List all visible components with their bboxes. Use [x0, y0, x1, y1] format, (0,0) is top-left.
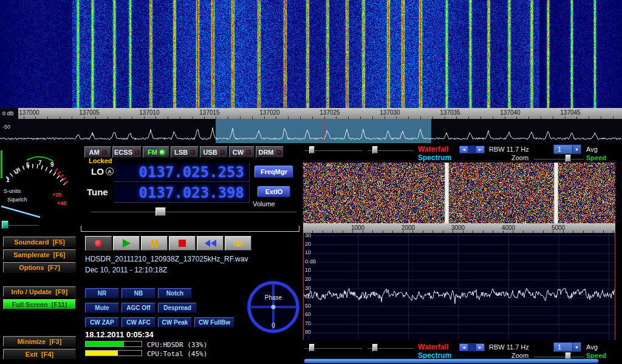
extio-button[interactable]: ExtIO: [258, 186, 290, 197]
squelch-slider-handle[interactable]: [2, 221, 9, 229]
meter-green-bar: [1, 150, 2, 178]
volume-slider-handle[interactable]: [156, 207, 166, 216]
spectrum-label-top[interactable]: Spectrum: [418, 153, 451, 162]
button-hotkey: [F9]: [55, 288, 67, 295]
contrast-slider-handle-bottom[interactable]: [372, 344, 378, 351]
mode-drm[interactable]: DRM: [256, 146, 284, 158]
db-label: 60: [305, 312, 311, 317]
mode-usb[interactable]: USB: [200, 146, 228, 158]
audio-frequency-ruler[interactable]: 1000 2000 3000 4000 5000: [303, 223, 615, 233]
samplerate-button[interactable]: Samplerate [F6]: [3, 249, 76, 260]
lo-a-badge[interactable]: A: [106, 167, 114, 175]
nb-button[interactable]: NB: [121, 288, 156, 298]
locked-label: Locked: [89, 157, 112, 164]
zoom-slider-handle-top[interactable]: [566, 155, 571, 162]
brightness-slider-handle-bottom[interactable]: [309, 344, 315, 351]
button-hotkey: [F4]: [41, 351, 53, 358]
phase-indicator[interactable]: Phase 0: [246, 280, 301, 334]
smeter-tick-red: +40: [57, 200, 66, 206]
agc-off-button[interactable]: AGC Off: [121, 303, 156, 313]
avg-dropdown-top[interactable]: 1 ▼: [553, 144, 581, 154]
db-label: 20: [305, 277, 311, 282]
db-label: 50: [305, 303, 311, 309]
audio-spectrum-display[interactable]: [303, 233, 615, 340]
mode-lsb[interactable]: LSB: [171, 146, 199, 158]
rewind-button[interactable]: [197, 236, 224, 251]
db-zero-label: 0 dB: [0, 108, 18, 119]
soundcard-button[interactable]: Soundcard [F5]: [3, 237, 76, 247]
info-update-button[interactable]: Info / Update [F9]: [3, 286, 76, 297]
s-meter: 1 3 5 7 9 +20 +40 S-units Squelch: [0, 146, 79, 222]
mode-label: FM: [148, 149, 157, 156]
mode-cw[interactable]: CW: [229, 146, 255, 158]
minimize-button[interactable]: Minimize [F3]: [3, 336, 76, 346]
chevron-down-icon[interactable]: ▼: [572, 145, 581, 153]
led-off-icon: [135, 150, 140, 155]
main-waterfall-display[interactable]: [0, 0, 622, 108]
cw-peak-button[interactable]: CW Peak: [158, 317, 192, 328]
loop-button[interactable]: [225, 236, 251, 251]
ruler-label: 137045: [546, 109, 595, 116]
pan-zoom-bar[interactable]: [304, 359, 599, 363]
button-hotkey: [F6]: [53, 251, 66, 258]
cpu-total-fill: [86, 351, 118, 356]
audio-waterfall-display[interactable]: [303, 163, 615, 223]
scroll-right-icon[interactable]: ►: [476, 146, 484, 153]
frequency-ruler[interactable]: 137000 137005 137010 137015 137020 13702…: [0, 108, 622, 119]
db-minus50-label: -50: [2, 124, 10, 130]
db-label: 30: [305, 286, 311, 291]
pause-button[interactable]: [141, 236, 168, 251]
freqmgr-button[interactable]: FreqMgr: [255, 166, 293, 178]
button-label: Minimize: [18, 338, 46, 345]
s-units-label: S-units: [4, 188, 21, 194]
zoom-slider-bottom[interactable]: [534, 356, 584, 357]
volume-slider[interactable]: [91, 211, 296, 212]
avg-dropdown-bottom[interactable]: 1 ▼: [553, 342, 581, 352]
contrast-slider-handle-top[interactable]: [372, 146, 378, 153]
play-button[interactable]: [113, 236, 140, 251]
scroll-left-icon[interactable]: ◄: [460, 344, 468, 351]
ruler-label: 137015: [185, 109, 234, 116]
scroll-left-icon[interactable]: ◄: [460, 146, 468, 153]
fullscreen-button[interactable]: Full Screen [F11]: [3, 299, 76, 309]
waterfall-scroll-bottom[interactable]: ◄ ►: [459, 343, 485, 351]
volume-label: Volume: [253, 200, 275, 207]
display-controls-bottom: Waterfall ◄ ► RBW 11.7 Hz 1 ▼ Avg Spectr…: [302, 342, 622, 364]
ruler-label: 137030: [366, 109, 414, 116]
mode-fm[interactable]: FM: [143, 146, 169, 158]
smeter-tick: 3: [15, 168, 19, 175]
notch-button[interactable]: Notch: [158, 288, 192, 298]
ruler-label: 137005: [65, 109, 114, 116]
brightness-slider-handle-top[interactable]: [309, 146, 315, 153]
stop-button[interactable]: [169, 236, 196, 251]
main-spectrum-display[interactable]: [0, 119, 622, 143]
cpu-total-label: CPU:Total (45%): [147, 350, 207, 358]
ruler-label: 137010: [125, 109, 174, 116]
cw-fullbw-button[interactable]: CW FullBw: [194, 317, 234, 328]
nr-button[interactable]: NR: [85, 288, 119, 298]
cw-zap-button[interactable]: CW ZAP: [85, 317, 119, 328]
recording-timestamp: Dec 10, 2011 - 12:10:18Z: [85, 266, 167, 274]
record-button[interactable]: [85, 236, 112, 251]
mode-label: USB: [203, 149, 217, 156]
ruler-label: 5000: [543, 224, 573, 231]
exit-button[interactable]: Exit [F4]: [3, 349, 76, 359]
rewind-icon: [204, 240, 216, 247]
cw-afc-button[interactable]: CW AFC: [121, 317, 156, 328]
despread-button[interactable]: Despread: [158, 303, 197, 313]
mute-button[interactable]: Mute: [85, 303, 119, 313]
led-off-icon: [190, 150, 195, 155]
tune-frequency-display[interactable]: 0137.023.398: [114, 184, 250, 203]
zoom-slider-top[interactable]: [534, 158, 584, 160]
mode-am[interactable]: AM: [84, 146, 111, 158]
options-button[interactable]: Options [F7]: [3, 262, 76, 272]
scroll-right-icon[interactable]: ►: [476, 344, 484, 351]
led-on-icon: [160, 150, 165, 155]
mode-ecss[interactable]: ECSS: [112, 146, 142, 158]
waterfall-label-top[interactable]: Waterfall: [418, 145, 448, 153]
avg-dropdown-value: 1: [554, 343, 572, 351]
lo-frequency-display[interactable]: 0137.025.253: [114, 163, 250, 182]
waterfall-scroll-top[interactable]: ◄ ►: [459, 146, 485, 153]
waterfall-label-bottom[interactable]: Waterfall: [418, 343, 448, 351]
chevron-down-icon[interactable]: ▼: [572, 343, 581, 351]
